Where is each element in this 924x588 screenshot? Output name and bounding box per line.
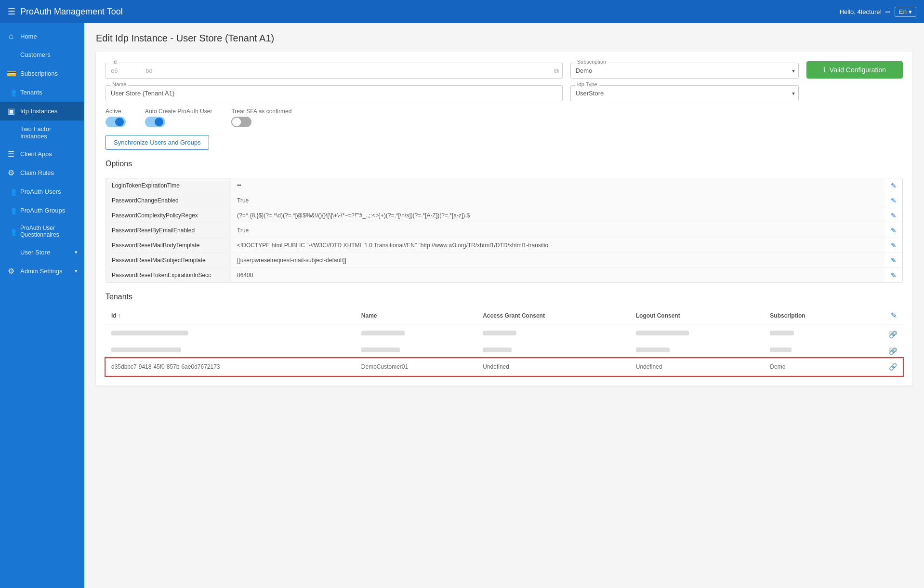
table-row-highlighted: d35dbbc7-9418-45f0-857b-6ae0d7672173 Dem… (106, 358, 903, 376)
options-row-1: PasswordChangeEnabled True ✎ (106, 193, 902, 208)
sidebar-label-userstore: User Store (20, 249, 70, 256)
active-toggle[interactable] (106, 117, 126, 127)
option-key-0: LoginTokenExpirationTime (106, 178, 231, 193)
idp-type-field: Idp Type UserStore (570, 85, 799, 101)
edit-icon-5: ✎ (891, 256, 897, 264)
claimrules-icon: ⚙ (7, 168, 15, 177)
userstore-icon: 👤 (7, 248, 15, 257)
sidebar-item-idp-instances[interactable]: ▣ Idp Instances (0, 102, 84, 120)
proauthusers-icon: 👥 (7, 187, 15, 196)
menu-icon[interactable]: ☰ (8, 6, 15, 17)
questionnaires-icon: 👥 (7, 227, 15, 236)
option-edit-5[interactable]: ✎ (885, 253, 902, 267)
sidebar-item-claim-rules[interactable]: ⚙ Claim Rules (0, 163, 84, 182)
highlighted-id: d35dbbc7-9418-45f0-857b-6ae0d7672173 (106, 358, 356, 376)
id-label: Id (110, 59, 119, 65)
edit-icon-6: ✎ (891, 271, 897, 279)
option-value-0: •• (231, 178, 885, 193)
id-field: Id ⧉ (106, 63, 563, 79)
table-row-blurred-2: 🔗 (106, 341, 903, 358)
auto-create-label: Auto Create ProAuth User (145, 108, 212, 115)
sidebar-item-admin-settings[interactable]: ⚙ Admin Settings ▾ (0, 262, 84, 281)
subscription-select[interactable]: Demo (570, 63, 799, 79)
subscription-field: Subscription Demo (570, 63, 799, 79)
highlighted-link-icon[interactable]: 🔗 (889, 363, 897, 371)
tenants-title: Tenants (106, 293, 903, 301)
option-edit-1[interactable]: ✎ (885, 193, 902, 208)
option-edit-3[interactable]: ✎ (885, 223, 902, 238)
sidebar-item-two-factor[interactable]: 👤 Two Factor Instances (0, 120, 84, 145)
tenants-table: Id ↑ Name Access Grant Consent Logout Co… (106, 307, 903, 376)
add-tenant-button[interactable]: ✎ (891, 311, 897, 320)
auto-create-toggle-group: Auto Create ProAuth User (145, 108, 212, 127)
treat-sfa-toggle[interactable] (231, 117, 251, 127)
treat-sfa-toggle-knob (232, 118, 241, 126)
id-sort-icon[interactable]: ↑ (119, 313, 121, 318)
col-header-id: Id ↑ (106, 307, 356, 324)
blurred-id-1 (106, 324, 356, 341)
option-value-4: <!DOCTYPE html PUBLIC "-//W3C//DTD XHTML… (231, 238, 885, 253)
lang-label: En (899, 8, 907, 15)
col-header-actions: ✎ (862, 307, 903, 324)
option-edit-2[interactable]: ✎ (885, 208, 902, 223)
option-key-2: PasswordComplexityPolicyRegex (106, 208, 231, 223)
sync-users-groups-button[interactable]: Synchronize Users and Groups (106, 135, 209, 150)
sidebar-item-user-store[interactable]: 👤 User Store ▾ (0, 243, 84, 262)
sidebar-label-claimrules: Claim Rules (20, 169, 78, 176)
name-input[interactable] (106, 85, 563, 101)
option-key-6: PasswordResetTokenExpirationInSecc (106, 268, 231, 282)
option-value-3: True (231, 223, 885, 238)
sidebar-label-clientapps: Client Apps (20, 150, 78, 158)
sidebar-item-proauth-questionnaires[interactable]: 👥 ProAuth User Questionnaires (0, 220, 84, 243)
sidebar-item-proauth-users[interactable]: 👥 ProAuth Users (0, 182, 84, 201)
table-row-blurred-1: 🔗 (106, 324, 903, 341)
tenants-section: Tenants Id ↑ Name Access Grant Consent (106, 293, 903, 376)
col-header-lc: Logout Consent (630, 307, 765, 324)
auto-create-toggle[interactable] (145, 117, 165, 127)
sidebar-item-subscriptions[interactable]: 💳 Subscriptions (0, 64, 84, 83)
col-header-name: Name (356, 307, 477, 324)
option-edit-6[interactable]: ✎ (885, 268, 902, 282)
sidebar-item-tenants[interactable]: 👥 Tenants (0, 83, 84, 102)
app-body: ⌂ Home 👤 Customers 💳 Subscriptions 👥 Ten… (0, 23, 924, 588)
edit-icon-3: ✎ (891, 227, 897, 234)
twofactor-icon: 👤 (7, 128, 15, 137)
highlighted-lc: Undefined (630, 358, 765, 376)
tenants-icon: 👥 (7, 88, 15, 97)
lang-arrow-icon: ▾ (909, 8, 912, 15)
sidebar-label-proauthusers: ProAuth Users (20, 188, 78, 195)
tenants-table-body: 🔗 🔗 d35dbbc7-9418 (106, 324, 903, 376)
highlighted-sub: Demo (764, 358, 861, 376)
sidebar-item-home[interactable]: ⌂ Home (0, 27, 84, 45)
logout-icon[interactable]: ⇨ (885, 8, 891, 15)
col-header-sub: Subscription (764, 307, 861, 324)
name-field: Name (106, 85, 563, 101)
copy-icon[interactable]: ⧉ (554, 67, 559, 75)
sidebar-item-proauth-groups[interactable]: 👥 ProAuth Groups (0, 201, 84, 220)
topbar-right: Hello, 4tecture! ⇨ En ▾ (840, 7, 916, 17)
sidebar-label-home: Home (20, 33, 78, 40)
idp-type-select[interactable]: UserStore (570, 85, 799, 101)
name-label: Name (110, 81, 128, 87)
id-input[interactable] (106, 63, 563, 79)
adminsettings-chevron-icon: ▾ (75, 268, 78, 274)
options-row-0: LoginTokenExpirationTime •• ✎ (106, 178, 902, 193)
option-edit-4[interactable]: ✎ (885, 238, 902, 253)
option-value-2: (?=^.{8,}$)(?=.*\d)(?=.*[@$%&\/(){}\[\]\… (231, 208, 885, 223)
link-icon-2[interactable]: 🔗 (889, 347, 897, 352)
option-edit-0[interactable]: ✎ (885, 178, 902, 193)
blurred-action-1: 🔗 (862, 324, 903, 341)
page-title: Edit Idp Instance - User Store (Tenant A… (96, 33, 912, 44)
sidebar-label-subscriptions: Subscriptions (20, 70, 78, 77)
sidebar-item-customers[interactable]: 👤 Customers (0, 45, 84, 64)
sidebar: ⌂ Home 👤 Customers 💳 Subscriptions 👥 Ten… (0, 23, 84, 588)
language-selector[interactable]: En ▾ (895, 7, 916, 17)
sidebar-item-client-apps[interactable]: ☰ Client Apps (0, 145, 84, 163)
link-icon-1[interactable]: 🔗 (889, 331, 897, 335)
valid-config-button[interactable]: ℹ Valid Configuration (806, 61, 903, 79)
option-value-6: 86400 (231, 268, 885, 282)
sidebar-label-adminsettings: Admin Settings (20, 267, 70, 275)
option-value-5: [[userpwresetrequest-mail-subject-defaul… (231, 253, 885, 267)
valid-config-label: Valid Configuration (830, 66, 886, 74)
options-container: LoginTokenExpirationTime •• ✎ PasswordCh… (106, 178, 903, 283)
